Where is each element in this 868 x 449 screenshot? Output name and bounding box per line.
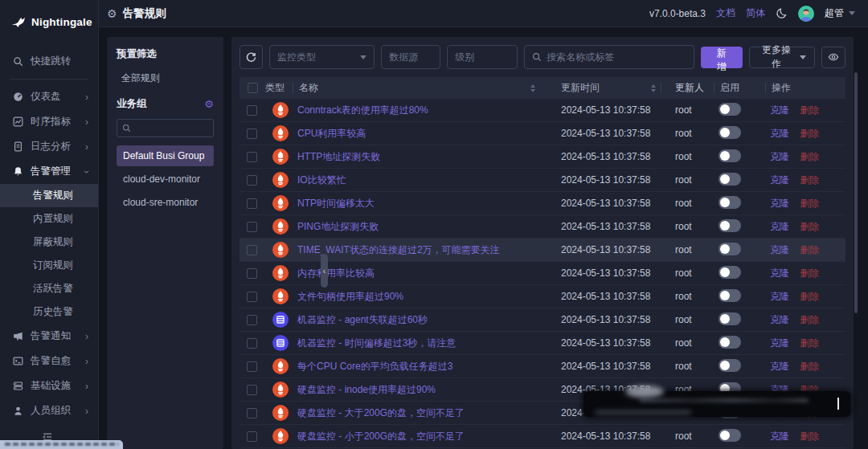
sidebar-item-infrastructure[interactable]: 基础设施 › bbox=[0, 373, 98, 398]
delete-link[interactable]: 删除 bbox=[800, 151, 819, 162]
severity-input[interactable] bbox=[447, 45, 518, 69]
enable-toggle[interactable] bbox=[719, 429, 741, 442]
rule-name-link[interactable]: Conntrack表的使用率超过80% bbox=[297, 104, 428, 116]
rule-name-link[interactable]: 硬盘监控 - 大于200G的盘，空间不足了 bbox=[297, 407, 465, 418]
row-checkbox[interactable] bbox=[247, 268, 257, 279]
sort-time-icon[interactable] bbox=[651, 84, 656, 92]
brand-logo[interactable]: Nightingale bbox=[0, 0, 98, 44]
rule-name-link[interactable]: TIME_WAIT状态的连接超过2万，可能需要关注 bbox=[297, 244, 500, 255]
row-checkbox[interactable] bbox=[247, 198, 257, 209]
sidebar-item-logs[interactable]: 日志分析 › bbox=[0, 134, 98, 159]
clone-link[interactable]: 克隆 bbox=[770, 151, 789, 162]
clone-link[interactable]: 克隆 bbox=[770, 198, 789, 209]
delete-link[interactable]: 删除 bbox=[800, 198, 819, 209]
table-row[interactable]: 内存利用率比较高 2024-05-13 10:37:58 root 克隆 删除 bbox=[240, 262, 845, 285]
rule-name-link[interactable]: 文件句柄使用率超过90% bbox=[297, 291, 403, 302]
rule-name-link[interactable]: PING地址探测失败 bbox=[297, 221, 379, 232]
sidebar-item-alert-management[interactable]: 告警管理 › bbox=[0, 159, 98, 184]
table-row[interactable]: IO比较繁忙 2024-05-13 10:37:58 root 克隆 删除 bbox=[240, 169, 845, 192]
sort-name-icon[interactable] bbox=[530, 84, 535, 92]
sidebar-item-dashboards[interactable]: 仪表盘 › bbox=[0, 84, 98, 109]
rule-name-link[interactable]: 硬盘监控 - inode使用率超过90% bbox=[297, 384, 436, 395]
rule-name-link[interactable]: 内存利用率比较高 bbox=[297, 267, 375, 279]
sidebar-item-quick-jump[interactable]: 快捷跳转 bbox=[0, 49, 98, 74]
rule-name-link[interactable]: CPU利用率较高 bbox=[297, 128, 366, 139]
sidebar-subitem[interactable]: 历史告警 bbox=[0, 300, 98, 324]
group-search-input[interactable] bbox=[134, 124, 208, 133]
row-checkbox[interactable] bbox=[247, 175, 257, 186]
avatar[interactable] bbox=[798, 6, 814, 22]
row-checkbox[interactable] bbox=[247, 431, 257, 442]
user-menu[interactable]: 超管 bbox=[825, 6, 855, 20]
sidebar-subitem[interactable]: 活跃告警 bbox=[0, 277, 98, 300]
row-checkbox[interactable] bbox=[247, 152, 257, 162]
panel-collapse-handle[interactable]: ‹ bbox=[321, 254, 328, 288]
business-group-item[interactable]: cloud-dev-monitor bbox=[117, 169, 214, 190]
enable-toggle[interactable] bbox=[719, 126, 741, 139]
enable-toggle[interactable] bbox=[719, 149, 741, 162]
table-row[interactable]: Conntrack表的使用率超过80% 2024-05-13 10:37:58 … bbox=[240, 99, 845, 122]
delete-link[interactable]: 删除 bbox=[800, 361, 819, 372]
row-checkbox[interactable] bbox=[247, 408, 257, 418]
add-rule-button[interactable]: 新 增 bbox=[701, 47, 743, 68]
table-row[interactable]: PING地址探测失败 2024-05-13 10:37:58 root 克隆 删… bbox=[240, 215, 845, 239]
business-group-item[interactable]: cloud-sre-monitor bbox=[117, 192, 214, 213]
column-updated-at[interactable]: 更新时间 bbox=[545, 77, 665, 99]
table-row[interactable]: 文件句柄使用率超过90% 2024-05-13 10:37:58 root 克隆… bbox=[240, 285, 845, 308]
delete-link[interactable]: 删除 bbox=[800, 314, 819, 325]
enable-toggle[interactable] bbox=[719, 173, 741, 186]
rule-name-link[interactable]: 机器监控 - 时间偏移超过3秒，请注意 bbox=[297, 337, 456, 349]
rule-search-input[interactable] bbox=[547, 51, 686, 63]
enable-toggle[interactable] bbox=[719, 219, 741, 232]
row-checkbox[interactable] bbox=[247, 105, 257, 116]
more-actions-button[interactable]: 更多操作 bbox=[749, 47, 815, 68]
row-checkbox[interactable] bbox=[247, 245, 257, 255]
row-checkbox[interactable] bbox=[247, 385, 257, 395]
delete-link[interactable]: 删除 bbox=[800, 174, 819, 186]
row-checkbox[interactable] bbox=[247, 315, 257, 325]
table-row[interactable]: CPU利用率较高 2024-05-13 10:37:58 root 克隆 删除 bbox=[240, 122, 845, 145]
delete-link[interactable]: 删除 bbox=[800, 221, 819, 232]
dark-mode-moon-icon[interactable] bbox=[776, 7, 788, 19]
page-scrollbar-thumb[interactable] bbox=[854, 72, 858, 313]
rule-name-link[interactable]: 机器监控 - agent失联超过60秒 bbox=[297, 314, 428, 325]
table-row[interactable]: 机器监控 - agent失联超过60秒 2024-05-13 10:37:58 … bbox=[240, 308, 845, 332]
delete-link[interactable]: 删除 bbox=[800, 337, 819, 349]
clone-link[interactable]: 克隆 bbox=[770, 337, 789, 349]
group-settings-gear-icon[interactable]: ⚙ bbox=[204, 98, 214, 110]
table-row[interactable]: 硬盘监控 - 小于200G的盘，空间不足了 2024-05-13 10:37:5… bbox=[240, 425, 845, 448]
language-link[interactable]: 简体 bbox=[746, 6, 765, 20]
business-group-item[interactable]: Default Busi Group bbox=[117, 145, 214, 166]
sidebar-subitem[interactable]: 告警规则 bbox=[0, 184, 98, 207]
rule-name-link[interactable]: HTTP地址探测失败 bbox=[297, 151, 380, 162]
clone-link[interactable]: 克隆 bbox=[770, 104, 789, 116]
enable-toggle[interactable] bbox=[719, 196, 741, 209]
rule-name-link[interactable]: 硬盘监控 - 小于200G的盘，空间不足了 bbox=[297, 431, 465, 442]
sidebar-item-metrics[interactable]: 时序指标 › bbox=[0, 109, 98, 134]
rule-name-link[interactable]: 每个CPU Core的平均负载任务超过3 bbox=[297, 361, 452, 372]
clone-link[interactable]: 克隆 bbox=[770, 314, 789, 325]
clone-link[interactable]: 克隆 bbox=[770, 174, 789, 186]
rule-name-link[interactable]: NTP时间偏移太大 bbox=[297, 198, 375, 209]
enable-toggle[interactable] bbox=[719, 289, 741, 302]
select-all-checkbox[interactable] bbox=[248, 83, 258, 93]
table-row[interactable]: TIME_WAIT状态的连接超过2万，可能需要关注 2024-05-13 10:… bbox=[240, 239, 845, 262]
sidebar-subitem[interactable]: 订阅规则 bbox=[0, 254, 98, 277]
delete-link[interactable]: 删除 bbox=[800, 104, 819, 116]
datasource-input[interactable] bbox=[381, 45, 440, 69]
enable-toggle[interactable] bbox=[719, 312, 741, 325]
table-row[interactable]: 每个CPU Core的平均负载任务超过3 2024-05-13 10:37:58… bbox=[240, 355, 845, 378]
row-checkbox[interactable] bbox=[247, 222, 257, 232]
column-name[interactable]: 名称 bbox=[297, 77, 545, 99]
table-row[interactable]: 机器监控 - 时间偏移超过3秒，请注意 2024-05-13 10:37:58 … bbox=[240, 332, 845, 355]
row-checkbox[interactable] bbox=[247, 129, 257, 139]
refresh-button[interactable] bbox=[240, 45, 263, 69]
sidebar-item-alert-notify[interactable]: 告警通知 › bbox=[0, 324, 98, 349]
delete-link[interactable]: 删除 bbox=[800, 431, 819, 442]
table-row[interactable]: HTTP地址探测失败 2024-05-13 10:37:58 root 克隆 删… bbox=[240, 145, 845, 169]
rule-name-link[interactable]: IO比较繁忙 bbox=[297, 174, 346, 186]
sidebar-item-people-org[interactable]: 人员组织 › bbox=[0, 398, 98, 423]
table-row[interactable]: NTP时间偏移太大 2024-05-13 10:37:58 root 克隆 删除 bbox=[240, 192, 845, 215]
clone-link[interactable]: 克隆 bbox=[770, 361, 789, 372]
sidebar-item-self-healing[interactable]: 告警自愈 › bbox=[0, 349, 98, 373]
